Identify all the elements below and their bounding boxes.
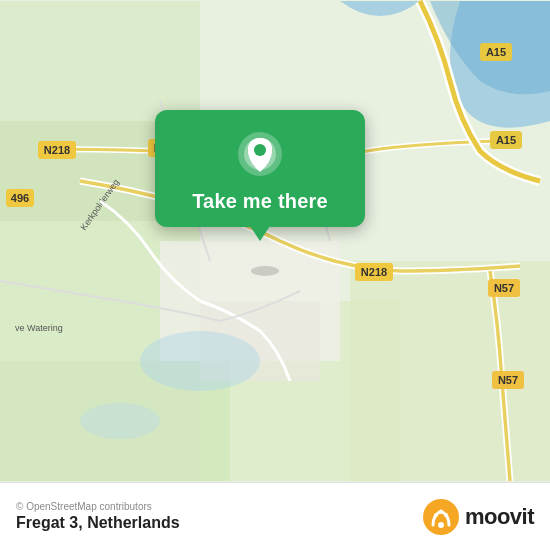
footer-bar: © OpenStreetMap contributors Fregat 3, N… xyxy=(0,482,550,550)
svg-point-38 xyxy=(439,510,443,514)
svg-text:N57: N57 xyxy=(498,374,518,386)
svg-point-10 xyxy=(80,403,160,439)
svg-point-9 xyxy=(140,331,260,391)
map-area: A15 A15 N57 N57 N218 N218 N218 496 Kerkp… xyxy=(0,0,550,482)
svg-text:N218: N218 xyxy=(361,266,387,278)
svg-point-33 xyxy=(254,144,266,156)
svg-point-36 xyxy=(434,513,438,517)
map-background: A15 A15 N57 N57 N218 N218 N218 496 Kerkp… xyxy=(0,0,550,482)
svg-text:A15: A15 xyxy=(486,46,506,58)
copyright-text: © OpenStreetMap contributors xyxy=(16,501,180,512)
svg-text:A15: A15 xyxy=(496,134,516,146)
svg-text:N218: N218 xyxy=(44,144,70,156)
footer-left: © OpenStreetMap contributors Fregat 3, N… xyxy=(16,501,180,532)
svg-rect-1 xyxy=(0,1,200,121)
svg-point-35 xyxy=(438,522,444,528)
location-name: Fregat 3, Netherlands xyxy=(16,514,180,532)
svg-point-29 xyxy=(251,266,279,276)
svg-text:496: 496 xyxy=(11,192,29,204)
svg-point-34 xyxy=(423,499,459,535)
moovit-brand-icon xyxy=(423,499,459,535)
svg-text:ve Watering: ve Watering xyxy=(15,323,63,333)
popup-card[interactable]: Take me there xyxy=(155,110,365,227)
app: A15 A15 N57 N57 N218 N218 N218 496 Kerkp… xyxy=(0,0,550,550)
moovit-logo[interactable]: moovit xyxy=(423,499,534,535)
moovit-text: moovit xyxy=(465,504,534,530)
location-icon-wrap xyxy=(234,128,286,180)
pin-icon xyxy=(234,128,286,180)
svg-point-37 xyxy=(444,513,448,517)
take-me-label: Take me there xyxy=(192,190,328,213)
svg-text:N57: N57 xyxy=(494,282,514,294)
